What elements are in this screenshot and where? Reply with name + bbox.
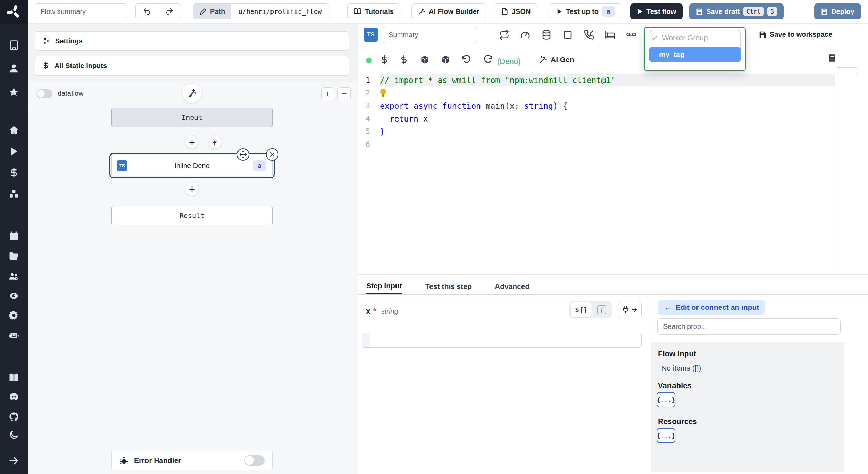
- error-handler-toggle[interactable]: [244, 455, 265, 466]
- discord-icon[interactable]: [9, 392, 19, 402]
- code-line: 2: [358, 86, 835, 99]
- retry-repeat-icon[interactable]: [499, 30, 509, 40]
- tab-test-this-step[interactable]: Test this step: [425, 278, 472, 294]
- arg-value-editor[interactable]: [362, 333, 642, 348]
- zoom-out-button[interactable]: −: [337, 87, 351, 100]
- arg-value-input[interactable]: [370, 333, 641, 347]
- flow-settings-button[interactable]: Settings: [35, 31, 349, 51]
- undo-button[interactable]: [136, 4, 158, 19]
- input-node[interactable]: Input: [111, 108, 273, 127]
- dataflow-toggle[interactable]: [36, 89, 52, 98]
- code-lines: 1// import * as wmill from "npm:windmill…: [358, 74, 835, 151]
- result-node[interactable]: Result: [111, 206, 273, 225]
- kbd-s: S: [767, 7, 777, 16]
- step-node-label: Inline Deno: [174, 162, 209, 170]
- tab-advanced[interactable]: Advanced: [495, 278, 529, 294]
- editor-scrollbar-gutter[interactable]: [835, 74, 835, 274]
- user-icon[interactable]: [9, 63, 19, 74]
- collapse-arrow-right-icon[interactable]: [9, 456, 19, 466]
- step-node-inline-deno[interactable]: TS Inline Deno a: [111, 155, 273, 176]
- ai-wand-button[interactable]: [182, 84, 202, 103]
- runs-play-icon[interactable]: [9, 146, 19, 157]
- arg-name: x: [366, 307, 370, 316]
- windmill-logo[interactable]: [0, 0, 28, 24]
- schedules-calendar-icon[interactable]: [9, 231, 19, 241]
- audit-eye-icon[interactable]: [9, 291, 19, 301]
- timeout-gauge-icon[interactable]: [520, 30, 531, 40]
- deploy-button[interactable]: Deploy: [814, 3, 861, 19]
- zoom-in-button[interactable]: +: [321, 87, 334, 100]
- insert-step-button[interactable]: [185, 183, 198, 196]
- cache-database-icon[interactable]: [541, 30, 552, 40]
- search-prop-input[interactable]: [657, 318, 841, 335]
- tutorials-button[interactable]: Tutorials: [347, 3, 400, 19]
- sidebar: [0, 0, 28, 474]
- ai-robot-icon[interactable]: [9, 330, 19, 340]
- save-draft-button[interactable]: Save draft Ctrl S: [689, 3, 784, 19]
- static-inputs-dollar-icon[interactable]: [380, 55, 389, 64]
- path-control[interactable]: Path u/henri/prolific_flow: [193, 3, 329, 19]
- editor-overview-widget: [837, 67, 857, 73]
- plus-icon: [189, 186, 195, 193]
- move-step-button[interactable]: [237, 148, 249, 161]
- flow-panel: Settings All Static Inputs dataflow + − …: [28, 24, 358, 474]
- undo-icon: [143, 7, 151, 16]
- workers-icon[interactable]: [9, 271, 19, 282]
- trigger-button[interactable]: [209, 136, 222, 149]
- resources-chip[interactable]: {...}: [657, 428, 675, 443]
- edit-or-connect-button[interactable]: ← Edit or connect an input: [658, 300, 765, 315]
- insert-step-button[interactable]: [185, 136, 198, 149]
- error-handler-node[interactable]: Error Handler: [111, 451, 273, 470]
- worker-group-tag-option[interactable]: my_tag: [649, 47, 741, 62]
- github-icon[interactable]: [9, 411, 19, 422]
- expr-mode-button[interactable]: ${}: [571, 302, 592, 317]
- test-flow-label: Test flow: [646, 8, 676, 16]
- dark-mode-moon-icon[interactable]: [9, 430, 19, 440]
- delete-step-button[interactable]: [266, 148, 278, 161]
- path-value: u/henri/prolific_flow: [231, 4, 328, 19]
- flow-summary-input[interactable]: [35, 3, 127, 19]
- package-cube-icon[interactable]: [420, 55, 429, 64]
- fn-mode-button[interactable]: f: [593, 302, 610, 317]
- code-line: 6: [358, 138, 835, 151]
- json-button[interactable]: JSON: [495, 3, 537, 19]
- variables-dollar-icon[interactable]: [9, 167, 19, 178]
- redo-button[interactable]: [158, 4, 181, 19]
- suspend-phone-incoming-icon[interactable]: [584, 30, 594, 40]
- reset-rotate-ccw-icon[interactable]: [462, 55, 471, 64]
- variables-chip[interactable]: {...}: [657, 392, 675, 407]
- lightbulb-icon[interactable]: [380, 88, 387, 98]
- arg-type: string: [381, 307, 398, 315]
- test-flow-button[interactable]: Test flow: [630, 3, 683, 19]
- refresh-cw-icon[interactable]: [483, 55, 493, 64]
- tab-step-input[interactable]: Step Input: [366, 278, 402, 294]
- folders-icon[interactable]: [9, 251, 19, 261]
- package-cube-icon[interactable]: [441, 55, 450, 64]
- ai-gen-button[interactable]: AI Gen: [539, 56, 574, 64]
- library-book-icon[interactable]: [828, 53, 837, 63]
- save-to-workspace-button[interactable]: Save to workspace: [759, 31, 832, 39]
- ai-flow-builder-button[interactable]: AI Flow Builder: [411, 3, 486, 19]
- building-icon[interactable]: [9, 40, 19, 50]
- connect-input-button[interactable]: [618, 301, 642, 318]
- arg-header: x* string: [366, 307, 398, 316]
- code-editor[interactable]: 1// import * as wmill from "npm:windmill…: [358, 74, 835, 274]
- variables-dollar-icon[interactable]: [399, 55, 409, 64]
- test-up-to-button[interactable]: Test up to a: [550, 3, 621, 19]
- loop-voicemail-icon[interactable]: [626, 30, 636, 40]
- docs-book-icon[interactable]: [9, 372, 19, 383]
- all-static-inputs-button[interactable]: All Static Inputs: [35, 56, 349, 76]
- kbd-ctrl: Ctrl: [743, 7, 764, 16]
- arrow-right-icon: [631, 306, 638, 313]
- settings-gear-icon[interactable]: [9, 310, 19, 321]
- topbar: Path u/henri/prolific_flow Tutorials AI …: [28, 0, 868, 24]
- star-icon[interactable]: [9, 87, 19, 97]
- error-handler-label: Error Handler: [134, 456, 181, 465]
- worker-group-option[interactable]: Worker Group: [645, 32, 745, 44]
- home-icon[interactable]: [9, 125, 19, 135]
- plus-icon: [189, 139, 195, 146]
- mock-square-icon[interactable]: [562, 30, 573, 40]
- step-summary-input[interactable]: [383, 27, 477, 43]
- sleep-bed-icon[interactable]: [605, 30, 615, 40]
- resources-cubes-icon[interactable]: [9, 189, 19, 199]
